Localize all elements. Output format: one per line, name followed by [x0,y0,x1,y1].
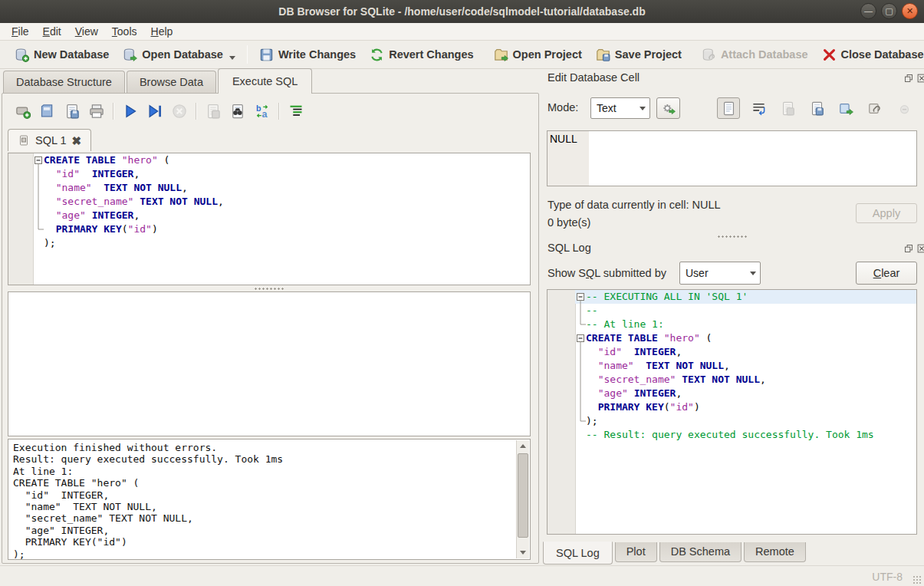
results-scrollbar[interactable] [516,440,529,558]
format-sql-button[interactable] [285,101,307,121]
find-icon [230,104,245,119]
open-project-button[interactable]: Open Project [487,44,589,65]
toolbar-button-label: New Database [34,48,109,61]
dock-tab-db-schema[interactable]: DB Schema [659,542,742,562]
text-mode-button[interactable] [717,97,740,119]
submitted-by-select[interactable]: User [679,262,761,285]
clear-log-button[interactable]: Clear [856,262,917,285]
cell-editor[interactable]: NULL [547,130,917,186]
scroll-up-icon[interactable] [517,440,528,452]
open-project-icon [494,48,508,62]
code-line: 2-- [547,304,916,318]
splitter-handle[interactable] [8,286,531,291]
menu-edit[interactable]: Edit [36,24,68,39]
code-line: 4CREATE TABLE "hero" ( [547,331,916,345]
sql-file-icon [18,134,30,146]
toolbar-separator [278,103,280,120]
attach-database-icon [702,48,716,62]
import-data-button [777,98,798,118]
encoding-indicator: UTF-8 [872,571,903,583]
tab-database-structure[interactable]: Database Structure [3,71,125,94]
fold-marker-icon [33,222,44,236]
mode-select-value: Text [591,102,636,114]
dock-tab-remote[interactable]: Remote [744,542,806,562]
write-changes-button[interactable]: Write Changes [252,44,363,65]
mode-label: Mode: [547,101,578,114]
close-sql-tab-icon[interactable]: ✖ [72,135,82,146]
fold-marker-icon [33,195,44,209]
code-text: "age" INTEGER, [44,209,530,222]
dock-tab-plot[interactable]: Plot [615,542,657,562]
sql-document-tab[interactable]: SQL 1 ✖ [8,129,91,151]
code-text: "secret_name" TEXT NOT NULL, [586,373,916,387]
dock-tab-sql-log[interactable]: SQL Log [543,542,613,565]
toolbar-button-label: Close Database [841,48,924,61]
execution-message-pane: Execution finished without errors. Resul… [8,439,531,560]
dock-splitter-handle[interactable] [547,234,917,239]
menu-tools[interactable]: Tools [105,24,144,39]
find-button[interactable] [227,101,248,121]
fold-marker-icon[interactable] [575,290,586,304]
save-project-button[interactable]: Save Project [589,44,689,65]
open-external-button[interactable] [835,98,857,118]
sql-log-close-icon[interactable] [916,243,924,253]
print-sql-button[interactable] [86,101,107,121]
svg-text:a: a [261,109,268,119]
sql-log-dock-title: SQL Log [547,242,591,254]
save-project-icon [596,48,610,62]
fold-marker-icon[interactable] [575,331,586,345]
open-database-button[interactable]: Open Database [116,44,242,65]
scroll-down-icon[interactable] [517,547,528,558]
auto-apply-button[interactable] [656,97,680,119]
word-wrap-button[interactable] [748,98,769,118]
revert-changes-button[interactable]: Revert Changes [363,44,480,65]
show-sql-submitted-by-label: Show SQL submitted by [547,267,666,279]
mode-select[interactable]: Text [590,97,650,119]
fold-marker-icon [575,345,586,359]
code-text: ); [44,236,530,250]
maximize-button[interactable]: ▢ [881,3,897,19]
code-line: 4 "secret_name" TEXT NOT NULL, [8,195,530,209]
menu-help[interactable]: Help [144,24,180,39]
new-database-button[interactable]: New Database [8,44,116,65]
export-data-button[interactable] [806,98,827,118]
execute-current-line-button[interactable] [144,101,166,121]
results-grid-pane [8,291,531,436]
fold-marker-icon [33,209,44,222]
title-bar: DB Browser for SQLite - /home/user/code/… [0,0,924,24]
tab-browse-data[interactable]: Browse Data [127,71,216,94]
execute-all-button[interactable] [120,101,141,121]
toolbar-button-label: Open Database [142,48,223,61]
cell-value: NULL [550,133,577,145]
close-database-button[interactable]: Close Database [815,44,924,65]
fold-marker-icon[interactable] [33,153,44,167]
sql-log-float-icon[interactable] [903,243,913,253]
tab-execute-sql[interactable]: Execute SQL [218,68,312,94]
menu-view[interactable]: View [68,24,105,39]
code-text: "id" INTEGER, [44,167,530,181]
scrollbar-thumb[interactable] [518,453,528,538]
copy-cell-link-button[interactable] [864,98,886,118]
export-icon [839,101,853,116]
execution-message-text: Execution finished without errors. Resul… [8,440,530,562]
edit-cell-close-icon[interactable] [916,73,924,83]
code-line: 12 [547,442,916,456]
sql-editor[interactable]: 1CREATE TABLE "hero" (2 "id" INTEGER,3 "… [8,153,531,285]
code-line: 8 "age" INTEGER, [547,387,916,400]
menu-file[interactable]: File [5,24,36,39]
chevron-down-icon[interactable] [229,56,235,60]
edit-cell-float-icon[interactable] [903,73,913,83]
minimize-button[interactable]: ― [860,3,876,19]
replace-button[interactable]: ba [252,101,273,121]
code-line: 6 "name" TEXT NOT NULL, [547,359,916,373]
close-button[interactable]: ✕ [902,3,918,19]
code-line: 5 "age" INTEGER, [8,209,530,222]
open-sql-file-button[interactable] [37,101,58,121]
open-sql-tab-button[interactable] [12,101,34,121]
sql-log-view[interactable]: 1-- EXECUTING ALL IN 'SQL 1'2--3-- At li… [547,289,917,535]
toolbar-button-label: Attach Database [721,48,808,61]
code-line: 1CREATE TABLE "hero" ( [8,153,530,167]
save-sql-file-button[interactable] [61,101,83,121]
resize-grip[interactable] [912,575,922,584]
open-database-icon [123,48,137,62]
